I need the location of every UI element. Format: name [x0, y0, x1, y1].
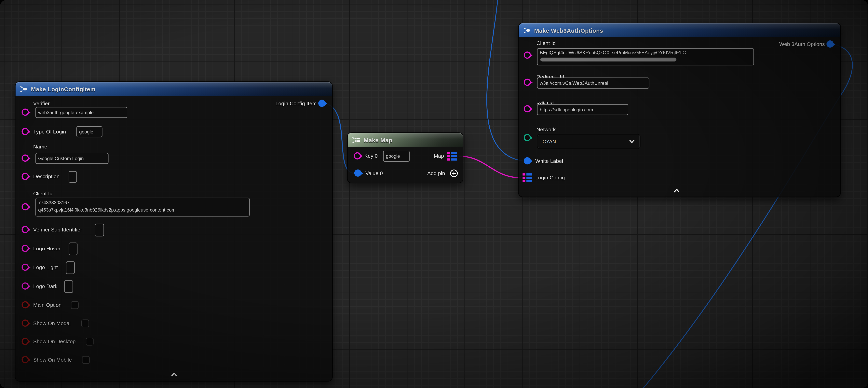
- wire-top-to-whitelabel[interactable]: [487, 0, 524, 161]
- output-pin-label: Login Config Item: [275, 100, 316, 106]
- pin-white-label[interactable]: [524, 157, 531, 165]
- wire-map-to-loginconfig[interactable]: [459, 156, 521, 178]
- logo-dark-input[interactable]: [64, 280, 73, 293]
- client-id-scrollbar[interactable]: [540, 58, 676, 61]
- pin-label-show-on-modal: Show On Modal: [33, 320, 71, 326]
- main-option-checkbox[interactable]: [71, 301, 79, 309]
- pin-key-0[interactable]: [354, 152, 361, 159]
- add-pin-icon[interactable]: [450, 169, 459, 178]
- pin-verifier-sub-identifier[interactable]: [22, 226, 29, 233]
- pin-label-logo-dark: Logo Dark: [33, 283, 58, 289]
- key-0-input[interactable]: [383, 151, 410, 162]
- collapse-node-chevron-icon[interactable]: [170, 372, 178, 376]
- pin-logo-dark[interactable]: [22, 282, 29, 290]
- add-pin-label: Add pin: [427, 170, 445, 176]
- pin-main-option[interactable]: [22, 301, 29, 308]
- redirect-url-input[interactable]: [537, 78, 649, 89]
- pin-show-on-mobile[interactable]: [22, 356, 29, 363]
- output-pin-label: Web 3Auth Options: [779, 41, 825, 47]
- node-title: Make Map: [364, 137, 392, 143]
- pin-name[interactable]: [22, 155, 29, 162]
- client-id-input[interactable]: BEglQSgt4cUWcj6SKRdu5QkOXTsePmMcusG5EAoy…: [537, 48, 754, 65]
- pin-label-white-label: White Label: [535, 158, 563, 164]
- pin-label-type-of-login: Type Of Login: [33, 128, 66, 135]
- pin-client-id[interactable]: [22, 203, 29, 211]
- pin-show-on-modal[interactable]: [22, 320, 29, 327]
- node-make-web3authoptions[interactable]: Make Web3AuthOptions Web 3Auth Options C…: [519, 23, 840, 197]
- pin-label-network: Network: [536, 126, 556, 132]
- pin-show-on-desktop[interactable]: [22, 338, 29, 345]
- client-id-line2: q463s7kpvja16l4l0kko3nb925ikds2p.apps.go…: [38, 207, 176, 212]
- node-header-make-web3authoptions[interactable]: Make Web3AuthOptions: [519, 23, 840, 37]
- network-dropdown-value: CYAN: [542, 139, 556, 144]
- pin-label-show-on-desktop: Show On Desktop: [33, 338, 76, 345]
- verifier-input[interactable]: [35, 107, 127, 118]
- pin-network[interactable]: [524, 134, 531, 141]
- pin-type-of-login[interactable]: [22, 128, 29, 135]
- pin-label-client-id: Client Id: [536, 40, 556, 46]
- pin-verifier[interactable]: [22, 109, 29, 116]
- node-title: Make LoginConfigItem: [31, 86, 95, 92]
- blueprint-canvas[interactable]: Make LoginConfigItem Login Config Item V…: [0, 0, 868, 388]
- pin-label-verifier-sub-identifier: Verifier Sub Identifier: [33, 227, 82, 233]
- make-struct-icon: [523, 27, 531, 33]
- pin-client-id[interactable]: [524, 52, 531, 59]
- type-of-login-input[interactable]: [76, 126, 102, 137]
- pin-map-output[interactable]: [447, 152, 457, 161]
- pin-label-description: Description: [33, 173, 60, 179]
- node-header-make-loginconfigitem[interactable]: Make LoginConfigItem: [16, 82, 332, 96]
- pin-label-map-output: Map: [434, 153, 444, 159]
- blueprint-editor: Make LoginConfigItem Login Config Item V…: [0, 0, 868, 388]
- network-dropdown[interactable]: CYAN: [537, 134, 640, 149]
- pin-description[interactable]: [22, 173, 29, 180]
- name-input[interactable]: [35, 153, 108, 164]
- make-map-icon: [352, 137, 360, 143]
- pin-label-key-0: Key 0: [364, 153, 378, 159]
- pin-sdk-url[interactable]: [524, 105, 531, 113]
- pin-label-client-id: Client Id: [33, 190, 53, 197]
- pin-login-config[interactable]: [523, 173, 532, 182]
- show-on-desktop-checkbox[interactable]: [86, 338, 93, 346]
- description-input[interactable]: [69, 171, 77, 183]
- show-on-mobile-checkbox[interactable]: [82, 356, 90, 364]
- logo-hover-input[interactable]: [69, 242, 78, 255]
- show-on-modal-checkbox[interactable]: [82, 320, 89, 327]
- pin-label-logo-light: Logo Light: [33, 264, 58, 270]
- verifier-sub-identifier-input[interactable]: [95, 224, 104, 237]
- pin-logo-hover[interactable]: [22, 245, 29, 252]
- sdk-url-input[interactable]: [537, 104, 628, 115]
- pin-redirect-url[interactable]: [524, 79, 531, 86]
- node-make-loginconfigitem[interactable]: Make LoginConfigItem Login Config Item V…: [16, 82, 332, 381]
- pin-value-0[interactable]: [354, 169, 362, 177]
- make-struct-icon: [20, 86, 28, 92]
- node-header-make-map[interactable]: Make Map: [348, 133, 463, 147]
- pin-login-config-item-output[interactable]: [318, 100, 326, 107]
- collapse-node-chevron-icon[interactable]: [673, 188, 680, 192]
- pin-label-name: Name: [33, 143, 47, 149]
- pin-label-verifier: Verifier: [33, 100, 50, 106]
- node-make-map[interactable]: Make Map Key 0 Map Value 0 Add pin: [348, 133, 463, 183]
- pin-label-logo-hover: Logo Hover: [33, 245, 61, 251]
- pin-label-login-config: Login Config: [535, 175, 565, 181]
- client-id-line1: 774338308167-: [38, 200, 71, 205]
- pin-label-show-on-mobile: Show On Mobile: [33, 357, 72, 363]
- client-id-input[interactable]: 774338308167- q463s7kpvja16l4l0kko3nb925…: [35, 198, 250, 216]
- pin-web-3auth-options-output[interactable]: [827, 40, 834, 48]
- logo-light-input[interactable]: [66, 262, 75, 274]
- pin-label-main-option: Main Option: [33, 302, 62, 308]
- client-id-value: BEglQSgt4cUWcj6SKRdu5QkOXTsePmMcusG5EAoy…: [540, 50, 686, 55]
- pin-logo-light[interactable]: [22, 264, 29, 271]
- pin-label-value-0: Value 0: [365, 170, 383, 176]
- chevron-down-icon: [629, 140, 635, 144]
- node-title: Make Web3AuthOptions: [534, 27, 603, 33]
